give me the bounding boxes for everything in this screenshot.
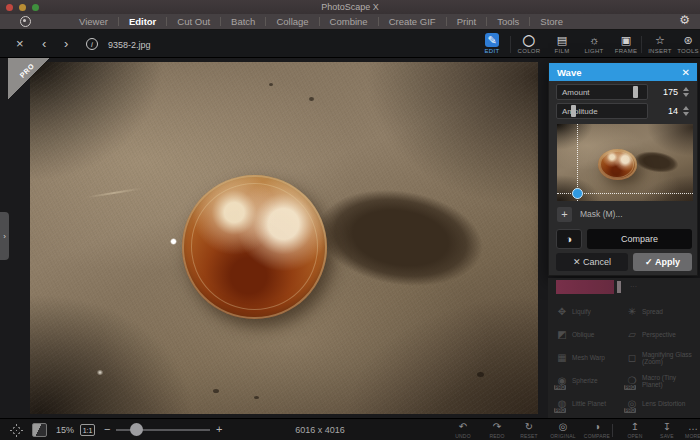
original-button[interactable]: ◎ ORIGINAL [548,421,578,439]
little-planet-icon: ◍PRO [556,398,568,409]
one-to-one-button[interactable]: 1:1 [80,424,95,436]
tab-edit[interactable]: ✎ EDIT [476,33,508,57]
statusbar-divider [612,424,613,437]
amount-slider[interactable]: Amount [556,84,648,100]
compare-button[interactable]: Compare [587,229,692,249]
mesh-icon: ▦ [556,352,568,363]
toolbar-divider [641,36,642,53]
amplitude-slider-row: Amplitude 14 [556,103,692,119]
mask-button[interactable]: + Mask (M)... [557,206,623,222]
zoom-slider-handle[interactable] [130,423,143,436]
redo-button[interactable]: ↷ REDO [482,421,512,439]
menu-item-cut-out[interactable]: Cut Out [167,16,220,27]
effect-item[interactable]: ◩Oblique [556,323,626,346]
amplitude-slider[interactable]: Amplitude [556,103,648,119]
color-ring-icon: ◯ [513,33,545,47]
menu-item-print[interactable]: Print [447,16,487,27]
menu-item-batch[interactable]: Batch [221,16,265,27]
redo-icon: ↷ [482,421,512,432]
wave-origin-handle[interactable] [572,188,583,199]
pebble [269,83,273,86]
window-title: PhotoScape X [0,2,700,12]
amplitude-value[interactable]: 14 [652,106,678,116]
menu-item-create-gif[interactable]: Create GIF [379,16,446,27]
undo-icon: ↶ [448,421,478,432]
navigator-pan-icon[interactable] [10,424,23,437]
menu-items: Viewer Editor Cut Out Batch Collage Comb… [69,16,573,27]
amber-bubble [182,175,327,319]
more-icon: … [678,421,700,432]
sun-icon: ☼ [578,33,610,47]
tab-color[interactable]: ◯ COLOR [513,33,545,57]
close-icon[interactable]: ✕ [682,67,690,78]
sidebar-expander[interactable]: › [0,212,9,260]
effect-item[interactable]: ◍PROLittle Planet [556,392,626,415]
zoom-in-button[interactable]: + [216,423,222,435]
photoscape-window: PhotoScape X Viewer Editor Cut Out Batch… [0,0,700,440]
mask-label: Mask (M)... [580,209,623,219]
close-image-icon[interactable]: × [16,36,24,51]
wave-dialog-header[interactable]: Wave ✕ [549,63,697,81]
editor-toolbar: × ‹ › i 9358-2.jpg ✎ EDIT ◯ COLOR ▤ FILM… [0,30,700,58]
oblique-icon: ◩ [556,329,568,340]
info-icon[interactable]: i [86,38,98,50]
undo-button[interactable]: ↶ UNDO [448,421,478,439]
effect-item[interactable]: ✳Spread [626,300,696,323]
open-icon: ↥ [620,421,650,432]
effect-item[interactable]: ✥Liquify [556,300,626,323]
compare-status-button[interactable]: ◑ COMPARE [582,421,612,439]
amplitude-slider-handle[interactable] [571,105,576,117]
effects-list-dimmed: ··· ✥Liquify ✳Spread ◩Oblique ▱Perspecti… [548,278,700,418]
menu-item-collage[interactable]: Collage [266,16,318,27]
frame-icon: ▣ [610,33,642,47]
reset-button[interactable]: ↻ RESET [514,421,544,439]
original-icon: ◎ [548,421,578,432]
background-toggle-icon[interactable] [32,423,47,437]
wave-dialog: Wave ✕ Amount 175 Amplitude 14 [548,62,698,276]
effect-item[interactable]: ❍PROMacro (Tiny Planet) [626,369,696,392]
filename-label: 9358-2.jpg [108,40,151,50]
effect-item[interactable]: ▦Mesh Warp [556,346,626,369]
next-image-icon[interactable]: › [64,36,68,51]
amount-value[interactable]: 175 [652,87,678,97]
brush-tools-icon: ⊛ [672,33,700,47]
bright-speck [96,370,104,375]
reset-icon: ↻ [514,421,544,432]
tab-frame[interactable]: ▣ FRAME [610,33,642,57]
more-button[interactable]: … MORE [678,421,700,439]
confirm-row: ✕ Cancel ✓ Apply [556,253,692,271]
main-menu-bar: Viewer Editor Cut Out Batch Collage Comb… [0,14,700,30]
previous-image-icon[interactable]: ‹ [42,36,46,51]
x-icon: ✕ [573,257,581,267]
tab-light[interactable]: ☼ LIGHT [578,33,610,57]
photo-image[interactable] [30,62,538,414]
tab-film[interactable]: ▤ FILM [546,33,578,57]
contrast-toggle-button[interactable]: ◑ [556,229,582,249]
open-button[interactable]: ↥ OPEN [620,421,650,439]
wave-preview-thumbnail[interactable] [557,124,693,201]
contrast-icon: ◑ [566,233,573,245]
amount-slider-handle[interactable] [633,86,638,98]
zoom-out-button[interactable]: − [104,423,110,435]
amplitude-stepper[interactable] [682,104,691,118]
settings-gear-icon[interactable]: ⚙ [679,13,690,27]
effect-item[interactable]: ◻Magnifying Glass (Zoom) [626,346,696,369]
pebble [477,372,484,377]
effect-item[interactable]: ◎PROLens Distortion [626,392,696,415]
cancel-button[interactable]: ✕ Cancel [556,253,628,271]
dimmed-selected-slider: ··· [556,280,692,294]
amount-stepper[interactable] [682,85,691,99]
menu-item-viewer[interactable]: Viewer [69,16,118,27]
menu-item-tools[interactable]: Tools [487,16,529,27]
menu-item-editor[interactable]: Editor [119,16,166,27]
menu-item-store[interactable]: Store [530,16,573,27]
apply-button[interactable]: ✓ Apply [633,253,692,271]
menu-item-combine[interactable]: Combine [320,16,378,27]
effect-item[interactable]: ▱Perspective [626,323,696,346]
thumb-bubble [598,149,637,181]
amount-slider-row: Amount 175 [556,84,692,100]
dimmed-slider-handle [617,281,621,293]
zoom-level-label[interactable]: 15% [56,425,74,435]
tab-tools[interactable]: ⊛ TOOLS [672,33,700,57]
effect-item[interactable]: ◉PROSpherize [556,369,626,392]
